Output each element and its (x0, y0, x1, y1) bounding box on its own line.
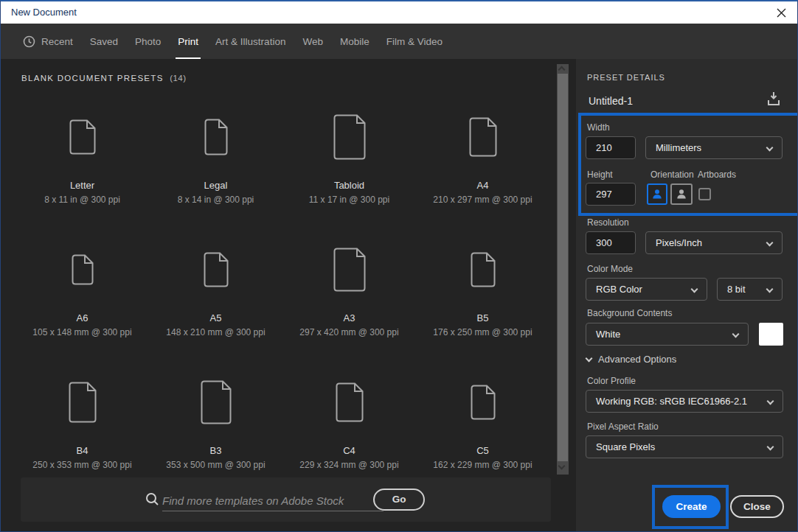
preset-dimensions: 353 x 500 mm @ 300 ppi (166, 460, 265, 470)
new-document-dialog: New Document RecentSavedPhotoPrintArt & … (0, 0, 798, 532)
preset-name: A6 (77, 312, 89, 323)
background-contents-label: Background Contents (587, 308, 672, 318)
search-input[interactable] (162, 491, 384, 511)
preset-name: Letter (70, 180, 94, 191)
clock-icon (23, 35, 35, 48)
orientation-landscape-button[interactable] (670, 183, 693, 205)
document-icon (69, 119, 97, 155)
orientation-label: Orientation (650, 169, 694, 180)
preset-dimensions: 148 x 210 mm @ 300 ppi (166, 327, 265, 337)
preset-card-a6[interactable]: A6105 x 148 mm @ 300 ppi (15, 232, 149, 365)
background-contents-value: White (596, 329, 620, 340)
document-icon (468, 116, 498, 158)
chevron-down-icon (767, 444, 774, 451)
document-icon (68, 381, 97, 424)
preset-card-a4[interactable]: A4210 x 297 mm @ 300 ppi (416, 99, 549, 232)
width-label: Width (587, 122, 610, 133)
tab-web[interactable]: Web (302, 24, 323, 59)
category-tab-bar: RecentSavedPhotoPrintArt & IllustrationW… (1, 24, 797, 59)
scrollbar-thumb[interactable] (558, 74, 568, 461)
search-icon (145, 491, 160, 510)
chevron-down-icon (732, 331, 740, 338)
artboards-label: Artboards (698, 169, 736, 180)
tab-art-illustration[interactable]: Art & Illustration (215, 24, 285, 59)
go-button[interactable]: Go (373, 489, 425, 511)
units-dropdown[interactable]: Millimeters (645, 136, 783, 159)
units-value: Millimeters (656, 142, 701, 153)
preset-icon-wrap (333, 232, 367, 307)
presets-count: (14) (170, 74, 186, 83)
preset-details-heading: PRESET DETAILS (587, 73, 665, 82)
color-profile-label: Color Profile (587, 376, 636, 386)
tab-label: Saved (90, 36, 118, 47)
tab-label: Mobile (340, 36, 369, 47)
chevron-down-icon (586, 354, 593, 362)
close-button[interactable]: Close (730, 495, 784, 518)
resolution-label: Resolution (587, 217, 629, 228)
tab-recent[interactable]: Recent (23, 24, 73, 59)
resolution-input[interactable] (586, 231, 636, 254)
preset-card-tabloid[interactable]: Tabloid11 x 17 in @ 300 ppi (282, 99, 416, 232)
preset-icon-wrap (333, 99, 367, 175)
background-color-swatch[interactable] (759, 323, 783, 346)
preset-icon-wrap (335, 365, 364, 440)
document-name[interactable]: Untitled-1 (589, 95, 633, 107)
preset-card-a3[interactable]: A3297 x 420 mm @ 300 ppi (282, 232, 416, 365)
tab-label: Web (302, 36, 323, 47)
height-label: Height (587, 169, 613, 180)
chevron-down-icon (766, 239, 774, 247)
chevron-down-icon (766, 286, 774, 293)
document-icon (333, 247, 367, 293)
preset-icon-wrap (68, 365, 97, 440)
advanced-options-toggle[interactable]: Advanced Options (586, 354, 676, 365)
preset-name: A5 (210, 312, 222, 323)
tab-saved[interactable]: Saved (90, 24, 118, 59)
color-profile-dropdown[interactable]: Working RGB: sRGB IEC61966-2.1 (586, 390, 783, 413)
document-icon (335, 382, 364, 423)
preset-icon-wrap (468, 99, 498, 175)
vertical-scrollbar[interactable] (557, 64, 569, 475)
preset-name: C4 (343, 445, 355, 456)
close-icon[interactable] (772, 4, 790, 21)
preset-dimensions: 8 x 11 in @ 300 ppi (44, 195, 120, 205)
resolution-unit-value: Pixels/Inch (656, 237, 702, 248)
bit-depth-value: 8 bit (727, 284, 746, 295)
tab-label: Print (178, 36, 198, 47)
tab-print[interactable]: Print (178, 24, 198, 59)
preset-card-a5[interactable]: A5148 x 210 mm @ 300 ppi (149, 232, 282, 365)
scroll-down-icon[interactable] (558, 463, 566, 470)
preset-name: Legal (204, 180, 228, 191)
save-preset-icon[interactable] (765, 90, 783, 111)
tab-photo[interactable]: Photo (135, 24, 161, 59)
preset-dimensions: 250 x 353 mm @ 300 ppi (32, 460, 131, 470)
pixel-aspect-ratio-dropdown[interactable]: Square Pixels (586, 435, 783, 458)
landscape-person-icon (676, 188, 687, 200)
chevron-down-icon (766, 144, 774, 152)
preset-icon-wrap (470, 365, 496, 440)
preset-card-b5[interactable]: B5176 x 250 mm @ 300 ppi (416, 232, 549, 365)
document-icon (470, 251, 496, 288)
tab-film-video[interactable]: Film & Video (386, 24, 443, 59)
height-input[interactable] (586, 183, 636, 206)
tab-label: Film & Video (386, 36, 443, 47)
width-input[interactable] (586, 136, 636, 159)
create-button[interactable]: Create (662, 495, 721, 518)
preset-card-legal[interactable]: Legal8 x 14 in @ 300 ppi (149, 99, 282, 232)
color-mode-value: RGB Color (596, 284, 642, 295)
resolution-unit-dropdown[interactable]: Pixels/Inch (645, 231, 783, 254)
preset-dimensions: 11 x 17 in @ 300 ppi (309, 195, 389, 205)
color-mode-dropdown[interactable]: RGB Color (586, 278, 707, 301)
orientation-portrait-button[interactable] (647, 183, 667, 205)
bit-depth-dropdown[interactable]: 8 bit (717, 278, 783, 301)
preset-card-letter[interactable]: Letter8 x 11 in @ 300 ppi (15, 99, 149, 232)
document-icon (470, 384, 496, 421)
preset-icon-wrap (204, 99, 229, 175)
preset-dimensions: 105 x 148 mm @ 300 ppi (32, 327, 131, 337)
document-icon (71, 253, 94, 286)
preset-details-panel: PRESET DETAILS Untitled-1 Width Millimet… (576, 59, 798, 532)
preset-icon-wrap (69, 99, 97, 175)
tab-mobile[interactable]: Mobile (340, 24, 369, 59)
artboards-checkbox[interactable] (698, 188, 711, 200)
scroll-up-icon[interactable] (558, 66, 566, 74)
background-contents-dropdown[interactable]: White (586, 323, 749, 346)
